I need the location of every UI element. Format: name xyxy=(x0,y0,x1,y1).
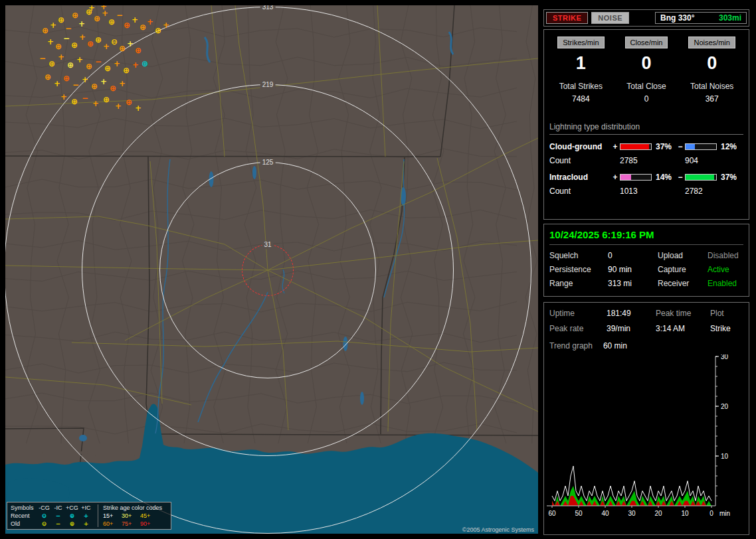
intracloud-minus-percent: 37% xyxy=(717,173,739,182)
receiver-value: Enabled xyxy=(708,279,743,288)
strike-symbol: + xyxy=(76,56,83,64)
minus-sign: − xyxy=(676,173,685,182)
legend-recent-label: Recent xyxy=(11,512,37,519)
close-per-min-value: 0 xyxy=(614,53,680,74)
trend-window-value: 60 min xyxy=(603,341,627,350)
datetime-display: 10/24/2025 6:19:16 PM xyxy=(549,229,743,245)
range-ring xyxy=(242,244,294,296)
close-per-min-label: Close/min xyxy=(625,37,668,48)
app-window: 31321912531 ⊕+⊕−⊕+⊕⊕+⊕−⊕+⊕+⊕++++⊕−⊕+⊕⊕+⊖… xyxy=(0,0,756,539)
age-code: 60+ xyxy=(103,520,122,527)
strike-symbol: ⊕ xyxy=(103,96,110,104)
intracloud-plus-bar xyxy=(620,174,652,181)
strike-symbol: + xyxy=(127,40,134,48)
strike-symbol: ⊕ xyxy=(91,82,98,90)
strike-symbol: ⊕ xyxy=(48,60,55,68)
total-strikes-label: Total Strikes xyxy=(548,82,614,91)
symbol-legend: Symbols -CG -IC +CG +IC Recent ⊖ − ⊕ + O… xyxy=(11,504,93,527)
statistics-box: Strikes/min 1 Total Strikes 7484 Close/m… xyxy=(543,29,749,220)
clock-settings-box: 10/24/2025 6:19:16 PM Squelch 0 Upload D… xyxy=(543,224,749,297)
strike-symbol: ⊕ xyxy=(123,66,130,74)
circle-plus-icon: ⊕ xyxy=(65,520,79,527)
legend-old-label: Old xyxy=(11,520,37,527)
strike-symbol: + xyxy=(60,93,67,101)
plot-value: Strike xyxy=(710,324,743,333)
uptime-label: Uptime xyxy=(549,309,607,318)
legend-symbols-header: Symbols xyxy=(11,504,37,511)
age-code: 30+ xyxy=(122,512,140,519)
legend-col-neg-ic: -IC xyxy=(51,504,65,511)
minus-sign: − xyxy=(676,142,685,151)
strike-symbol: ⊕ xyxy=(94,15,100,23)
count-label: Count xyxy=(549,187,620,196)
capture-value: Active xyxy=(708,265,743,274)
circle-minus-icon: ⊖ xyxy=(37,520,51,527)
strike-symbol: ⊕ xyxy=(108,18,115,26)
strike-symbol: − xyxy=(95,58,102,66)
plus-icon: + xyxy=(79,512,93,519)
strike-symbol: + xyxy=(114,60,120,68)
range-label: Range xyxy=(549,279,608,288)
strike-symbol: + xyxy=(79,33,86,41)
strike-symbol: + xyxy=(58,53,64,61)
persistence-value: 90 min xyxy=(608,265,658,274)
strike-symbol: + xyxy=(50,21,56,29)
bearing-display: Bng 330° 303mi xyxy=(655,12,747,24)
circle-minus-icon: ⊖ xyxy=(37,512,51,519)
strike-symbol: ⊕ xyxy=(58,16,64,24)
strikes-per-min-label: Strikes/min xyxy=(557,37,604,48)
map-display[interactable]: 31321912531 ⊕+⊕−⊕+⊕⊕+⊕−⊕+⊕+⊕++++⊕−⊕+⊕⊕+⊖… xyxy=(5,5,538,534)
strike-symbol: + xyxy=(88,5,95,12)
noises-per-min-label: Noises/min xyxy=(688,37,735,48)
intracloud-minus-count: 2782 xyxy=(685,187,743,196)
range-value: 313 mi xyxy=(608,279,658,288)
strike-symbol: − xyxy=(65,25,72,33)
strike-symbol: + xyxy=(119,80,126,88)
strike-symbol: ⊕ xyxy=(42,27,48,35)
strike-symbol: − xyxy=(116,11,123,19)
strike-symbol: ⊕ xyxy=(95,36,102,44)
trend-graph: 1020306050403020100min xyxy=(547,354,746,522)
strike-symbol: + xyxy=(100,78,107,86)
noises-per-min-value: 0 xyxy=(679,53,745,74)
circle-plus-icon: ⊕ xyxy=(65,512,79,519)
age-legend: Strike age color codes 15+ 30+ 45+ 60+ 7… xyxy=(98,504,159,527)
total-noises-value: 367 xyxy=(679,94,745,104)
strike-symbol: − xyxy=(39,54,46,62)
strike-symbol: − xyxy=(63,35,70,42)
settings-grid: Squelch 0 Upload Disabled Persistence 90… xyxy=(549,251,743,288)
squelch-label: Squelch xyxy=(549,251,608,260)
bar-fill xyxy=(620,175,631,180)
y-tick-label: 30 xyxy=(721,354,729,360)
strike-symbol: + xyxy=(147,18,153,26)
strike-symbol: + xyxy=(47,38,54,46)
strike-symbol: ⊕ xyxy=(119,44,126,52)
age-code: 15+ xyxy=(103,512,122,519)
age-code: 90+ xyxy=(140,520,159,527)
capture-label: Capture xyxy=(658,265,708,274)
copyright-text: ©2005 Astrogenic Systems xyxy=(462,526,534,533)
bearing-label: Bng 330° xyxy=(660,13,694,23)
x-tick-label: 60 xyxy=(548,510,556,517)
map-legend: Symbols -CG -IC +CG +IC Recent ⊖ − ⊕ + O… xyxy=(7,502,171,530)
plus-sign: + xyxy=(611,142,620,151)
total-strikes-value: 7484 xyxy=(548,94,614,104)
strike-symbol: ⊕ xyxy=(87,40,94,48)
squelch-value: 0 xyxy=(608,251,658,260)
strike-symbol: ⊕ xyxy=(110,84,116,92)
strike-symbol: + xyxy=(78,20,85,28)
strikes-per-min-value: 1 xyxy=(548,53,614,74)
strike-symbol: ⊕ xyxy=(63,74,70,82)
legend-col-neg-cg: -CG xyxy=(37,504,51,511)
strike-symbol: + xyxy=(54,80,60,88)
noise-indicator-button[interactable]: NOISE xyxy=(591,12,629,24)
upload-value: Disabled xyxy=(708,251,743,260)
strike-symbol: + xyxy=(115,102,122,110)
cloud-ground-minus-bar xyxy=(685,143,717,150)
peak-time-value: 3:14 AM xyxy=(656,324,710,333)
control-panel: STRIKE NOISE Bng 330° 303mi Strikes/min … xyxy=(543,0,751,539)
strike-symbol: ⊕ xyxy=(135,46,142,54)
strike-indicator-button[interactable]: STRIKE xyxy=(546,12,588,24)
bar-fill xyxy=(686,175,714,180)
strike-symbol: + xyxy=(103,42,110,50)
